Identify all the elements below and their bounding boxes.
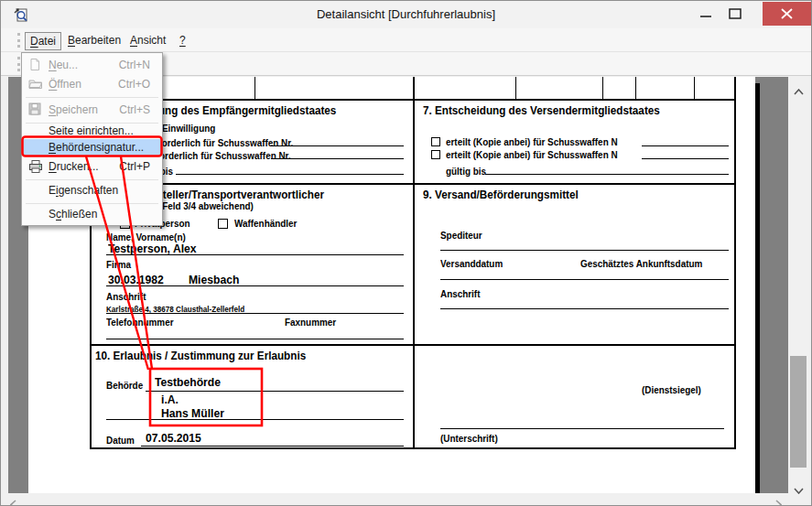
fill-line (440, 428, 724, 429)
fill-line (271, 158, 404, 159)
section9-spediteur-label: Spediteur (440, 230, 482, 241)
section10-unterschrift-label: (Unterschrift) (440, 433, 498, 444)
section10-behoerde-label: Behörde (106, 380, 143, 391)
form-border (90, 344, 736, 346)
form-border (90, 183, 736, 185)
fill-line (146, 391, 404, 392)
fill-line (485, 174, 729, 175)
menu-item-schliessen[interactable]: Schließen (23, 205, 161, 224)
scroll-up-icon[interactable] (794, 82, 804, 99)
horizontal-scrollbar[interactable] (1, 493, 788, 506)
title-bar: Detailansicht [Durchfuhrerlaubnis] (1, 1, 811, 28)
scroll-down-icon[interactable] (794, 481, 804, 498)
menu-datei[interactable]: Datei (25, 32, 61, 50)
fill-line (440, 250, 729, 251)
form-border (734, 77, 736, 449)
scroll-right-icon[interactable] (775, 497, 782, 506)
save-icon (28, 102, 41, 118)
section8-name-value: Testperson, Alex (108, 242, 197, 255)
menu-separator (26, 179, 158, 180)
page-margin-right (755, 77, 788, 493)
window-title: Detailansicht [Durchfuhrerlaubnis] (1, 7, 811, 21)
section7-row2: erteilt (Kopie anbei) für Schusswaffen N (446, 149, 618, 160)
section8-firma-label: Firma (106, 259, 131, 270)
section8-anschrift-label: Anschrift (106, 291, 146, 302)
file-menu-panel: Neu... Ctrl+N Öffnen Ctrl+O Speichern Ct… (21, 52, 163, 226)
menu-item-seite-einrichten[interactable]: Seite einrichten... (23, 123, 161, 139)
fill-line (176, 174, 404, 175)
fill-line (106, 285, 404, 286)
section10-datum-value: 07.05.2015 (146, 431, 201, 445)
minimize-button[interactable] (698, 8, 713, 27)
fill-line (440, 279, 729, 280)
close-button[interactable] (763, 2, 811, 26)
menu-item-drucken[interactable]: Drucken... Ctrl+P (23, 156, 161, 177)
menu-bar: Datei Bearbeiten Ansicht ? (1, 28, 811, 52)
checkbox-erteilt-1 (431, 137, 440, 146)
section10-datum-label: Datum (106, 435, 135, 446)
section8-geburtsdatum-value: 30.03.1982 (108, 273, 164, 286)
printer-icon (28, 160, 43, 176)
menu-hilfe[interactable]: ? (175, 32, 190, 48)
menu-ansicht[interactable]: Ansicht (125, 32, 170, 48)
fill-line (106, 254, 404, 255)
table-divider (694, 77, 695, 99)
table-divider (515, 77, 516, 99)
toolbar-gripper[interactable] (17, 57, 20, 71)
section8-waffenhaendler: Waffenhändler (234, 218, 297, 229)
section7-row3: gültig bis (446, 166, 486, 177)
fill-line (271, 145, 404, 146)
fill-line (642, 158, 729, 159)
fill-line (440, 308, 729, 309)
new-document-icon (28, 58, 41, 74)
open-folder-icon (28, 77, 43, 92)
form-border (90, 99, 736, 101)
menu-separator (26, 203, 158, 204)
page-edge-shadow (755, 83, 760, 493)
section10-behoerde-value: Testbehörde (155, 375, 221, 389)
section9-anschrift-label: Anschrift (440, 288, 480, 299)
section9-ankunftsdatum-label: Geschätztes Ankunftsdatum (580, 258, 702, 269)
fill-line (106, 419, 404, 420)
table-divider (635, 77, 636, 99)
form-border (413, 77, 415, 449)
section10-ia-value: i.A. (161, 393, 179, 406)
fill-line (106, 313, 404, 314)
scroll-left-icon[interactable] (10, 497, 16, 506)
section9-title: 9. Versand/Beförderungsmittel (423, 188, 579, 201)
section9-versanddatum-label: Versanddatum (440, 258, 503, 269)
section8-telefon-label: Telefonnummer (106, 317, 174, 328)
section7-row1: erteilt (Kopie anbei) für Schusswaffen N (446, 136, 618, 147)
fill-line (141, 446, 404, 447)
menu-bearbeiten[interactable]: Bearbeiten (63, 32, 125, 48)
section10-title: 10. Erlaubnis / Zustimmung zur Erlaubnis (95, 349, 306, 362)
checkbox-waffenhaendler (218, 219, 228, 229)
section7-title: 7. Entscheidung des Versendermitgliedsta… (423, 103, 660, 117)
menubar-gripper[interactable] (17, 33, 20, 48)
fill-line (642, 145, 729, 146)
checkbox-erteilt-2 (431, 150, 440, 159)
section6-row2: erforderlich für Schusswaffen Nr. (150, 137, 293, 148)
menu-item-speichern[interactable]: Speichern Ctrl+S (23, 101, 161, 120)
app-window: Detailansicht [Durchfuhrerlaubnis] Datei… (0, 0, 812, 506)
section10-dienstsiegel-label: (Dienstsiegel) (642, 384, 701, 395)
menu-separator (26, 97, 158, 98)
section8-geburtsort-value: Miesbach (189, 273, 239, 286)
section8-fax-label: Faxnummer (285, 317, 336, 328)
menu-item-neu[interactable]: Neu... Ctrl+N (23, 56, 161, 75)
menu-item-behoerdensignatur[interactable]: Behördensignatur... (23, 139, 161, 156)
section10-unterzeichner-value: Hans Müller (161, 406, 224, 420)
section6-row1: Einwilligung (162, 123, 215, 134)
table-divider (254, 77, 255, 99)
table-divider (602, 77, 603, 99)
menu-item-eigenschaften[interactable]: Eigenschaften (23, 181, 161, 200)
vertical-scrollbar-thumb[interactable] (790, 356, 807, 468)
form-border (90, 447, 736, 449)
fill-line (106, 339, 404, 339)
menu-item-oeffnen[interactable]: Öffnen Ctrl+O (23, 75, 161, 94)
maximize-button[interactable] (728, 6, 742, 25)
